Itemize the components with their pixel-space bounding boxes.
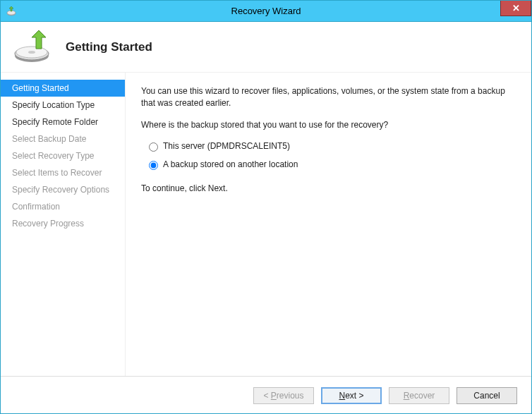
step-getting-started[interactable]: Getting Started xyxy=(1,80,125,97)
radio-this-server[interactable] xyxy=(149,142,158,152)
intro-text: You can use this wizard to recover files… xyxy=(141,85,516,109)
label-another-location: A backup stored on another location xyxy=(163,159,298,169)
app-icon xyxy=(5,5,18,18)
radio-another-location[interactable] xyxy=(149,161,158,170)
svg-point-5 xyxy=(28,51,35,54)
question-text: Where is the backup stored that you want… xyxy=(141,119,516,131)
label-this-server: This server (DPMDRSCALEINT5) xyxy=(163,141,290,151)
step-specify-location-type[interactable]: Specify Location Type xyxy=(1,97,125,114)
steps-sidebar: Getting StartedSpecify Location TypeSpec… xyxy=(1,73,125,376)
wizard-footer: < Previous Next > Recover Cancel xyxy=(1,376,531,414)
wizard-body: Getting StartedSpecify Location TypeSpec… xyxy=(1,73,531,376)
content-panel: You can use this wizard to recover files… xyxy=(125,73,531,376)
continue-hint: To continue, click Next. xyxy=(141,183,516,195)
option-another-location[interactable]: A backup stored on another location xyxy=(145,159,516,170)
recover-button[interactable]: Recover xyxy=(389,387,449,404)
previous-button[interactable]: < Previous xyxy=(253,387,314,404)
wizard-header: Getting Started xyxy=(1,22,531,73)
step-confirmation: Confirmation xyxy=(1,198,125,215)
step-recovery-progress: Recovery Progress xyxy=(1,215,125,232)
step-specify-recovery-options: Specify Recovery Options xyxy=(1,181,125,198)
step-select-items-to-recover: Select Items to Recover xyxy=(1,164,125,181)
step-select-recovery-type: Select Recovery Type xyxy=(1,147,125,164)
option-this-server[interactable]: This server (DPMDRSCALEINT5) xyxy=(145,140,516,152)
page-title: Getting Started xyxy=(66,40,152,54)
close-button[interactable]: ✕ xyxy=(500,1,531,16)
step-select-backup-date: Select Backup Date xyxy=(1,130,125,147)
window-title: Recovery Wizard xyxy=(1,6,531,16)
next-button[interactable]: Next > xyxy=(321,387,382,404)
step-specify-remote-folder[interactable]: Specify Remote Folder xyxy=(1,114,125,130)
recovery-icon xyxy=(12,30,54,64)
cancel-button[interactable]: Cancel xyxy=(457,387,517,404)
titlebar: Recovery Wizard ✕ xyxy=(1,1,531,22)
